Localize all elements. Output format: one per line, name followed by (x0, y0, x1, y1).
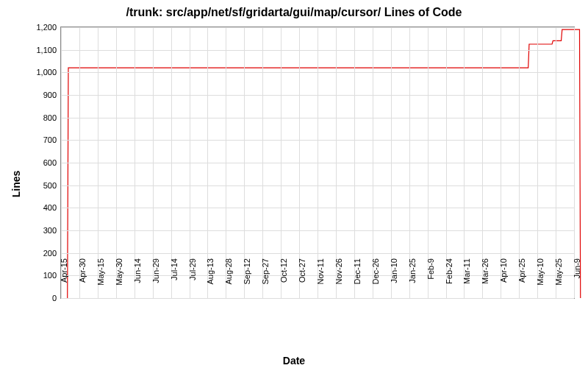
y-axis-label: Lines (10, 171, 22, 198)
y-tick-label: 1,100 (36, 46, 61, 54)
x-tick-label: 12-Oct (279, 258, 288, 302)
x-tick-label: 27-Oct (298, 258, 306, 302)
x-axis-label: Date (0, 355, 588, 367)
y-tick-label: 100 (43, 271, 61, 280)
plot-area: 01002003004005006007008009001,0001,1001,… (60, 26, 575, 299)
gridline-v (537, 27, 538, 298)
y-tick-label: 300 (43, 226, 61, 235)
gridline-v (171, 27, 172, 298)
x-tick-label: 11-Dec (353, 258, 362, 302)
gridline-v (391, 27, 392, 298)
x-tick-label: 15-Apr (60, 258, 68, 302)
y-tick-label: 200 (43, 249, 61, 258)
gridline-v (116, 27, 117, 298)
gridline-v (262, 27, 263, 298)
x-tick-label: 10-Jan (390, 258, 398, 302)
gridline-v (446, 27, 447, 298)
gridline-v (519, 27, 520, 298)
gridline-v (318, 27, 318, 298)
x-tick-label: 11-Nov (316, 258, 325, 302)
x-tick-label: 26-Dec (371, 258, 380, 302)
x-tick-label: 14-Jul (170, 258, 179, 302)
y-tick-label: 1,000 (36, 68, 61, 77)
x-tick-label: 13-Aug (206, 258, 215, 302)
y-tick-label: 600 (43, 158, 61, 167)
gridline-v (281, 27, 282, 298)
x-tick-label: 29-Jun (151, 258, 160, 302)
gridline-v (153, 27, 154, 298)
gridline-v (336, 27, 337, 298)
gridline-v (409, 27, 410, 298)
x-tick-label: 25-Jan (408, 258, 417, 302)
gridline-v (226, 27, 226, 298)
y-tick-label: 700 (43, 135, 61, 144)
chart-title: /trunk: src/app/net/sf/gridarta/gui/map/… (0, 6, 588, 19)
y-tick-label: 1,200 (36, 23, 61, 32)
gridline-v (190, 27, 190, 298)
gridline-v (98, 27, 98, 298)
x-tick-label: 10-May (536, 258, 545, 302)
gridline-v (61, 27, 62, 298)
gridline-v (556, 27, 556, 298)
y-tick-label: 400 (43, 203, 61, 212)
gridline-v (464, 27, 465, 298)
gridline-v (574, 27, 575, 298)
x-tick-label: 9-Jun (573, 258, 581, 302)
x-tick-label: 30-Apr (78, 258, 87, 302)
x-tick-label: 28-Aug (224, 258, 233, 302)
x-tick-label: 9-Feb (426, 258, 435, 302)
y-tick-label: 800 (43, 113, 61, 122)
gridline-v (244, 27, 245, 298)
gridline-v (373, 27, 373, 298)
x-tick-label: 27-Sep (261, 258, 270, 302)
x-tick-label: 24-Feb (445, 258, 453, 302)
x-tick-label: 25-Apr (517, 258, 526, 302)
gridline-v (354, 27, 355, 298)
gridline-v (299, 27, 300, 298)
x-tick-label: 26-Nov (334, 258, 343, 302)
x-tick-label: 11-Mar (462, 258, 471, 302)
x-tick-label: 30-May (115, 258, 123, 302)
x-tick-label: 25-May (554, 258, 563, 302)
x-tick-label: 14-Jun (133, 258, 142, 302)
gridline-v (482, 27, 483, 298)
gridline-v (207, 27, 208, 298)
x-tick-label: 29-Jul (188, 258, 197, 302)
y-tick-label: 500 (43, 181, 61, 190)
gridline-v (501, 27, 501, 298)
y-tick-label: 900 (43, 91, 61, 99)
x-tick-label: 15-May (96, 258, 105, 302)
x-tick-label: 12-Sep (243, 258, 251, 302)
x-tick-label: 26-Mar (481, 258, 490, 302)
chart-container: /trunk: src/app/net/sf/gridarta/gui/map/… (0, 0, 588, 368)
gridline-v (428, 27, 429, 298)
x-tick-label: 10-Apr (499, 258, 508, 302)
gridline-v (135, 27, 135, 298)
gridline-v (79, 27, 80, 298)
